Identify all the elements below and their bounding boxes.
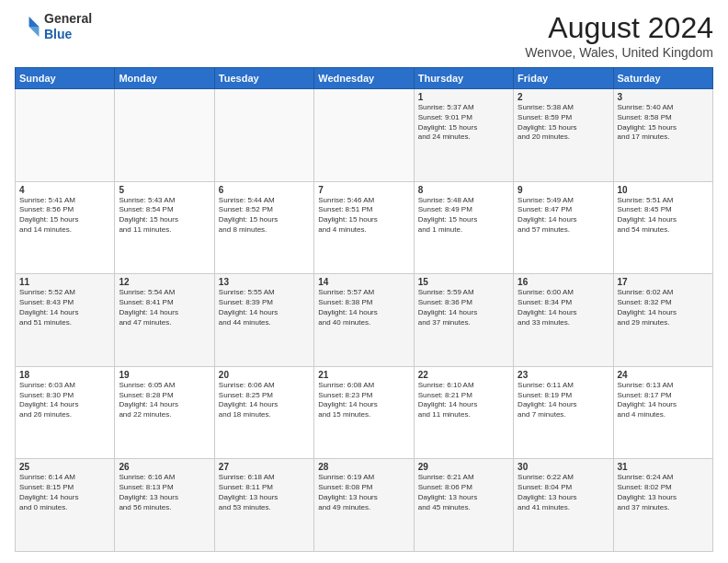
calendar-cell: 26Sunrise: 6:16 AM Sunset: 8:13 PM Dayli… (115, 459, 214, 552)
cell-info: Sunrise: 6:13 AM Sunset: 8:17 PM Dayligh… (618, 381, 709, 420)
svg-marker-0 (29, 17, 40, 27)
cell-info: Sunrise: 5:51 AM Sunset: 8:45 PM Dayligh… (618, 196, 709, 236)
cell-info: Sunrise: 5:44 AM Sunset: 8:52 PM Dayligh… (219, 196, 310, 236)
day-number: 1 (418, 92, 509, 102)
calendar-cell: 21Sunrise: 6:08 AM Sunset: 8:23 PM Dayli… (314, 366, 414, 459)
day-header-saturday: Saturday (613, 68, 712, 89)
day-number: 22 (418, 370, 509, 380)
calendar-cell: 5Sunrise: 5:43 AM Sunset: 8:54 PM Daylig… (115, 181, 214, 274)
page: General Blue August 2024 Wenvoe, Wales, … (0, 0, 728, 563)
calendar-cell: 8Sunrise: 5:48 AM Sunset: 8:49 PM Daylig… (414, 181, 513, 274)
calendar-cell: 20Sunrise: 6:06 AM Sunset: 8:25 PM Dayli… (214, 366, 313, 459)
calendar-cell: 13Sunrise: 5:55 AM Sunset: 8:39 PM Dayli… (214, 274, 313, 367)
calendar-cell: 31Sunrise: 6:24 AM Sunset: 8:02 PM Dayli… (613, 459, 712, 552)
cell-info: Sunrise: 6:16 AM Sunset: 8:13 PM Dayligh… (119, 473, 210, 512)
cell-info: Sunrise: 5:49 AM Sunset: 8:47 PM Dayligh… (518, 196, 609, 236)
calendar-cell: 6Sunrise: 5:44 AM Sunset: 8:52 PM Daylig… (214, 181, 313, 274)
day-number: 3 (618, 92, 709, 102)
calendar-week-4: 18Sunrise: 6:03 AM Sunset: 8:30 PM Dayli… (16, 366, 713, 459)
day-header-sunday: Sunday (16, 68, 115, 89)
calendar-cell: 10Sunrise: 5:51 AM Sunset: 8:45 PM Dayli… (613, 181, 712, 274)
cell-info: Sunrise: 6:11 AM Sunset: 8:19 PM Dayligh… (518, 381, 609, 420)
cell-info: Sunrise: 6:10 AM Sunset: 8:21 PM Dayligh… (418, 381, 509, 420)
calendar-week-2: 4Sunrise: 5:41 AM Sunset: 8:56 PM Daylig… (16, 181, 713, 274)
calendar-cell: 29Sunrise: 6:21 AM Sunset: 8:06 PM Dayli… (414, 459, 513, 552)
day-number: 16 (518, 277, 609, 287)
calendar-cell (16, 89, 115, 182)
day-number: 8 (418, 185, 509, 195)
day-number: 17 (618, 277, 709, 287)
cell-info: Sunrise: 5:37 AM Sunset: 9:01 PM Dayligh… (418, 103, 509, 143)
day-number: 20 (219, 370, 310, 380)
calendar-cell: 11Sunrise: 5:52 AM Sunset: 8:43 PM Dayli… (16, 274, 115, 367)
cell-info: Sunrise: 6:02 AM Sunset: 8:32 PM Dayligh… (618, 288, 709, 327)
day-number: 5 (119, 185, 210, 195)
cell-info: Sunrise: 5:38 AM Sunset: 8:59 PM Dayligh… (518, 103, 609, 143)
calendar-header-row: SundayMondayTuesdayWednesdayThursdayFrid… (16, 68, 713, 89)
logo-general: General (44, 11, 92, 27)
day-header-tuesday: Tuesday (214, 68, 313, 89)
calendar: SundayMondayTuesdayWednesdayThursdayFrid… (15, 67, 713, 552)
cell-info: Sunrise: 5:52 AM Sunset: 8:43 PM Dayligh… (19, 288, 110, 327)
cell-info: Sunrise: 6:05 AM Sunset: 8:28 PM Dayligh… (119, 381, 210, 420)
calendar-cell (115, 89, 214, 182)
logo-text: General Blue (44, 11, 92, 42)
cell-info: Sunrise: 5:54 AM Sunset: 8:41 PM Dayligh… (119, 288, 210, 327)
cell-info: Sunrise: 6:21 AM Sunset: 8:06 PM Dayligh… (418, 473, 509, 512)
calendar-cell: 12Sunrise: 5:54 AM Sunset: 8:41 PM Dayli… (115, 274, 214, 367)
calendar-cell (214, 89, 313, 182)
day-number: 31 (618, 462, 709, 472)
calendar-week-5: 25Sunrise: 6:14 AM Sunset: 8:15 PM Dayli… (16, 459, 713, 552)
calendar-cell: 22Sunrise: 6:10 AM Sunset: 8:21 PM Dayli… (414, 366, 513, 459)
calendar-cell: 1Sunrise: 5:37 AM Sunset: 9:01 PM Daylig… (414, 89, 513, 182)
cell-info: Sunrise: 6:19 AM Sunset: 8:08 PM Dayligh… (318, 473, 409, 512)
calendar-cell: 18Sunrise: 6:03 AM Sunset: 8:30 PM Dayli… (16, 366, 115, 459)
cell-info: Sunrise: 6:24 AM Sunset: 8:02 PM Dayligh… (618, 473, 709, 512)
cell-info: Sunrise: 5:43 AM Sunset: 8:54 PM Dayligh… (119, 196, 210, 236)
cell-info: Sunrise: 6:00 AM Sunset: 8:34 PM Dayligh… (518, 288, 609, 327)
calendar-cell: 25Sunrise: 6:14 AM Sunset: 8:15 PM Dayli… (16, 459, 115, 552)
cell-info: Sunrise: 6:22 AM Sunset: 8:04 PM Dayligh… (518, 473, 609, 512)
header: General Blue August 2024 Wenvoe, Wales, … (15, 11, 713, 60)
day-number: 28 (318, 462, 409, 472)
day-number: 10 (618, 185, 709, 195)
calendar-cell: 14Sunrise: 5:57 AM Sunset: 8:38 PM Dayli… (314, 274, 414, 367)
day-number: 13 (219, 277, 310, 287)
cell-info: Sunrise: 5:48 AM Sunset: 8:49 PM Dayligh… (418, 196, 509, 236)
logo-icon (15, 14, 40, 40)
cell-info: Sunrise: 6:06 AM Sunset: 8:25 PM Dayligh… (219, 381, 310, 420)
day-number: 11 (19, 277, 110, 287)
cell-info: Sunrise: 5:55 AM Sunset: 8:39 PM Dayligh… (219, 288, 310, 327)
calendar-cell: 16Sunrise: 6:00 AM Sunset: 8:34 PM Dayli… (514, 274, 613, 367)
calendar-week-3: 11Sunrise: 5:52 AM Sunset: 8:43 PM Dayli… (16, 274, 713, 367)
day-number: 29 (418, 462, 509, 472)
day-number: 25 (19, 462, 110, 472)
day-number: 27 (219, 462, 310, 472)
cell-info: Sunrise: 5:59 AM Sunset: 8:36 PM Dayligh… (418, 288, 509, 327)
location: Wenvoe, Wales, United Kingdom (525, 45, 713, 60)
calendar-cell: 3Sunrise: 5:40 AM Sunset: 8:58 PM Daylig… (613, 89, 712, 182)
day-header-monday: Monday (115, 68, 214, 89)
calendar-cell: 27Sunrise: 6:18 AM Sunset: 8:11 PM Dayli… (214, 459, 313, 552)
logo-blue: Blue (44, 27, 92, 42)
day-header-friday: Friday (514, 68, 613, 89)
day-number: 14 (318, 277, 409, 287)
cell-info: Sunrise: 6:08 AM Sunset: 8:23 PM Dayligh… (318, 381, 409, 420)
calendar-cell: 30Sunrise: 6:22 AM Sunset: 8:04 PM Dayli… (514, 459, 613, 552)
day-number: 21 (318, 370, 409, 380)
calendar-week-1: 1Sunrise: 5:37 AM Sunset: 9:01 PM Daylig… (16, 89, 713, 182)
title-block: August 2024 Wenvoe, Wales, United Kingdo… (525, 11, 713, 60)
cell-info: Sunrise: 6:03 AM Sunset: 8:30 PM Dayligh… (19, 381, 110, 420)
calendar-cell: 19Sunrise: 6:05 AM Sunset: 8:28 PM Dayli… (115, 366, 214, 459)
day-number: 18 (19, 370, 110, 380)
cell-info: Sunrise: 6:18 AM Sunset: 8:11 PM Dayligh… (219, 473, 310, 512)
day-number: 9 (518, 185, 609, 195)
day-number: 7 (318, 185, 409, 195)
day-number: 12 (119, 277, 210, 287)
day-header-wednesday: Wednesday (314, 68, 414, 89)
calendar-cell (314, 89, 414, 182)
day-header-thursday: Thursday (414, 68, 513, 89)
day-number: 19 (119, 370, 210, 380)
day-number: 30 (518, 462, 609, 472)
calendar-cell: 9Sunrise: 5:49 AM Sunset: 8:47 PM Daylig… (514, 181, 613, 274)
